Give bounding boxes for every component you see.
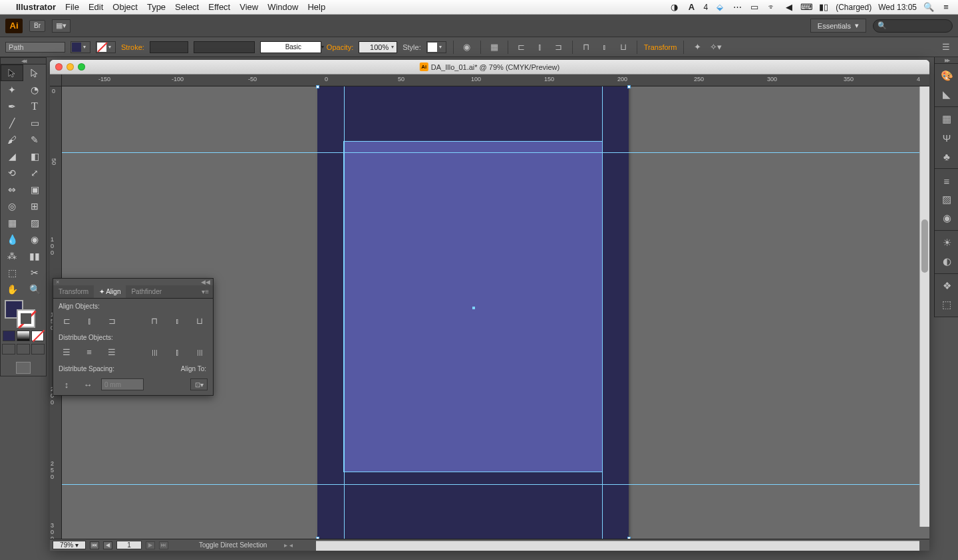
stroke-weight-input[interactable] — [150, 41, 188, 53]
select-similar-button[interactable]: ✧▾ — [709, 41, 722, 54]
screen-mode-button[interactable] — [16, 362, 31, 374]
lasso-tool[interactable]: ◔ — [23, 81, 46, 98]
menu-window[interactable]: Window — [267, 2, 298, 12]
brushes-panel-icon[interactable]: Ψ — [935, 128, 958, 147]
hand-tool[interactable]: ✋ — [1, 281, 23, 297]
selection-handle[interactable] — [627, 85, 631, 88]
stroke-label[interactable]: Stroke: — [121, 43, 144, 51]
transform-label[interactable]: Transform — [644, 43, 677, 51]
gradient-mode-button[interactable] — [17, 331, 29, 341]
rotate-tool[interactable]: ⟲ — [1, 164, 23, 181]
dock-expand-button[interactable] — [935, 57, 958, 64]
distribute-vspacing-button[interactable]: ↕ — [59, 378, 75, 391]
align-right-edges-button[interactable]: ⊐ — [104, 314, 120, 327]
perspective-grid-tool[interactable]: ⊞ — [23, 198, 46, 214]
gradient-tool[interactable]: ▨ — [23, 214, 46, 231]
align-top-edges-button[interactable]: ⊓ — [146, 314, 162, 327]
scale-tool[interactable]: ⤢ — [23, 164, 46, 181]
appearance-panel-icon[interactable]: ☀ — [935, 233, 958, 252]
window-minimize-button[interactable] — [67, 63, 74, 70]
shape-builder-tool[interactable]: ◎ — [1, 198, 23, 214]
zoom-tool[interactable]: 🔍 — [23, 281, 46, 297]
distribute-top-button[interactable]: ☰ — [59, 345, 75, 358]
magic-wand-tool[interactable]: ✦ — [1, 81, 23, 98]
distribute-right-button[interactable]: ⫼ — [192, 345, 208, 358]
graphic-style-dropdown[interactable]: ▾ — [426, 41, 446, 53]
swatches-panel-icon[interactable]: ▦ — [935, 110, 958, 128]
pencil-tool[interactable]: ✎ — [23, 131, 46, 148]
ruler-origin[interactable] — [50, 74, 62, 86]
status-more-icon[interactable]: ⋯ — [732, 2, 742, 13]
horizontal-scrollbar[interactable] — [316, 541, 919, 551]
control-menu-button[interactable]: ☰ — [939, 41, 953, 54]
guide-vertical[interactable] — [344, 86, 345, 539]
panel-collapse-button[interactable]: ◀◀ — [201, 279, 210, 285]
isolate-button[interactable]: ✦ — [691, 41, 704, 54]
direct-selection-tool[interactable] — [23, 65, 46, 81]
stroke-swatch[interactable] — [17, 309, 35, 328]
transform-tab[interactable]: Transform — [53, 285, 94, 298]
menu-edit[interactable]: Edit — [88, 2, 103, 12]
selection-tool[interactable] — [1, 65, 23, 81]
workspace-switcher[interactable]: Essentials ▾ — [810, 19, 866, 33]
first-artboard-button[interactable]: ⏮ — [90, 541, 99, 549]
align-vcenter-button[interactable]: ⫾ — [169, 314, 185, 327]
align-to-dropdown[interactable]: ⊡▾ — [190, 378, 208, 390]
stroke-color-dropdown[interactable]: ▾ — [96, 41, 116, 53]
search-input[interactable]: 🔍 — [873, 19, 953, 33]
menu-type[interactable]: Type — [147, 2, 166, 12]
rectangle-tool[interactable]: ▭ — [23, 114, 46, 131]
eraser-tool[interactable]: ◧ — [23, 148, 46, 164]
color-guide-panel-icon[interactable]: ◣ — [935, 85, 958, 104]
fill-color-dropdown[interactable]: ▾ — [71, 41, 90, 53]
recolor-artwork-button[interactable]: ◉ — [460, 41, 474, 54]
width-tool[interactable]: ⇔ — [1, 181, 23, 198]
align-hcenter-button[interactable]: ⫿ — [81, 314, 97, 327]
align-vcenter-button[interactable]: ⫾ — [598, 41, 611, 54]
horizontal-ruler[interactable]: -150 -100 -50 0 50 100 150 200 250 300 3… — [62, 74, 929, 86]
fill-stroke-control[interactable] — [1, 297, 46, 329]
window-close-button[interactable] — [55, 63, 63, 70]
menu-effect[interactable]: Effect — [208, 2, 230, 12]
prev-artboard-button[interactable]: ◀ — [103, 541, 112, 549]
blob-brush-tool[interactable]: ◢ — [1, 148, 23, 164]
symbol-sprayer-tool[interactable]: ⁂ — [1, 247, 23, 264]
align-bottom-edges-button[interactable]: ⊔ — [192, 314, 208, 327]
opacity-label[interactable]: Opacity: — [327, 43, 353, 51]
type-tool[interactable]: T — [23, 98, 46, 114]
pathfinder-tab[interactable]: Pathfinder — [126, 285, 167, 298]
bridge-button[interactable]: Br — [29, 20, 45, 32]
status-volume-icon[interactable]: ◀ — [784, 2, 794, 13]
guide-vertical[interactable] — [602, 86, 603, 539]
blend-tool[interactable]: ◉ — [23, 231, 46, 247]
menu-object[interactable]: Object — [112, 2, 138, 12]
draw-normal-button[interactable] — [2, 344, 15, 354]
last-artboard-button[interactable]: ⏭ — [159, 541, 168, 549]
pen-tool[interactable]: ✒ — [1, 98, 23, 114]
mesh-tool[interactable]: ▦ — [1, 214, 23, 231]
brush-definition-dropdown[interactable]: Basic▾ — [260, 41, 321, 53]
panel-menu-button[interactable]: ▾≡ — [198, 285, 213, 298]
align-tab[interactable]: ✦Align — [94, 285, 126, 298]
color-mode-button[interactable] — [3, 331, 15, 341]
variable-width-dropdown[interactable] — [194, 41, 255, 53]
zoom-input[interactable]: 79% ▾ — [53, 541, 86, 549]
eyedropper-tool[interactable]: 💧 — [1, 231, 23, 247]
status-datetime[interactable]: Wed 13:05 — [878, 3, 917, 12]
menu-view[interactable]: View — [240, 2, 258, 12]
guide-horizontal[interactable] — [62, 152, 929, 153]
menu-file[interactable]: File — [65, 2, 79, 12]
center-point[interactable] — [472, 307, 475, 309]
free-transform-tool[interactable]: ▣ — [23, 181, 46, 198]
tools-collapse-button[interactable] — [1, 58, 46, 65]
align-right-button[interactable]: ⊐ — [552, 41, 565, 54]
symbols-panel-icon[interactable]: ♣ — [935, 147, 958, 166]
artboard-number-input[interactable]: 1 — [116, 541, 142, 549]
artboard-tool[interactable]: ⬚ — [1, 264, 23, 281]
status-adobe-icon[interactable]: A — [686, 2, 697, 13]
status-display-icon[interactable]: ▭ — [749, 2, 760, 13]
arrange-documents-button[interactable]: ▦▾ — [52, 19, 71, 33]
window-zoom-button[interactable] — [78, 63, 85, 70]
notification-center-icon[interactable]: ≡ — [941, 2, 951, 13]
color-panel-icon[interactable]: 🎨 — [935, 67, 958, 85]
